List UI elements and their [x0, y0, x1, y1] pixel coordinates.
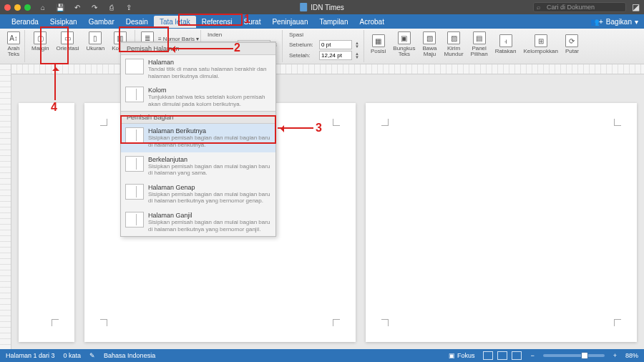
- status-words[interactable]: 0 kata: [64, 352, 82, 359]
- share-icon[interactable]: ⇪: [124, 2, 134, 12]
- maximize-icon[interactable]: [24, 4, 31, 11]
- tab-referensi[interactable]: Referensi: [196, 16, 238, 28]
- orientation-icon: ▭: [61, 31, 74, 44]
- continuous-break-icon: [125, 156, 144, 172]
- spellcheck-icon[interactable]: ✎: [89, 352, 95, 359]
- ribbon: A↕Arah Teks ▢Margin ▭Orientasi ▯Ukuran ▥…: [0, 29, 644, 64]
- size-icon: ▯: [89, 31, 102, 44]
- dropdown-section-page-breaks: Pemisah Halaman: [121, 42, 275, 55]
- horizontal-ruler: [11, 64, 644, 74]
- panel-pilihan-button[interactable]: ▤Panel Pilihan: [468, 30, 491, 59]
- bungkus-teks-button[interactable]: ▣Bungkus Teks: [390, 30, 418, 59]
- posisi-button[interactable]: ▦Posisi: [368, 30, 389, 59]
- save-icon[interactable]: 💾: [55, 2, 65, 12]
- tab-tata-letak[interactable]: Tata letak: [154, 16, 196, 28]
- setelah-input[interactable]: [319, 51, 352, 60]
- sebelum-label: Sebelum:: [289, 41, 316, 48]
- putar-button[interactable]: ⟳Putar: [562, 30, 582, 59]
- redo-icon[interactable]: ↷: [89, 2, 99, 12]
- share-button[interactable]: 👥+ Bagikan ▾: [590, 18, 638, 26]
- kirim-mundur-button[interactable]: ▨Kirim Mundur: [441, 30, 466, 59]
- view-print-icon[interactable]: [483, 351, 493, 360]
- kelompokkan-button[interactable]: ⊞Kelompokkan: [520, 30, 560, 59]
- tab-bar: Beranda Sisipkan Gambar Desain Tata leta…: [0, 14, 644, 29]
- even-page-break-icon: [125, 184, 144, 200]
- document-title: IDN Times: [311, 4, 344, 11]
- arah-teks-button[interactable]: A↕Arah Teks: [4, 30, 23, 59]
- wrap-text-icon: ▣: [398, 31, 411, 44]
- home-icon[interactable]: ⌂: [38, 2, 48, 12]
- share-person-icon: 👥+: [590, 18, 603, 26]
- search-input[interactable]: Cari di Dokumen: [533, 2, 626, 12]
- zoom-level[interactable]: 88%: [625, 352, 638, 359]
- page-1[interactable]: [19, 103, 74, 342]
- zoom-out[interactable]: −: [530, 352, 534, 359]
- window-controls: [4, 4, 31, 11]
- tab-sisipkan[interactable]: Sisipkan: [44, 16, 83, 28]
- text-direction-icon: A↕: [7, 31, 20, 44]
- document-icon: [300, 3, 307, 11]
- undo-icon[interactable]: ↶: [72, 2, 82, 12]
- orientasi-button[interactable]: ▭Orientasi: [53, 30, 82, 53]
- break-halaman[interactable]: HalamanTandai titik di mana satu halaman…: [121, 55, 275, 83]
- notifications-icon[interactable]: ◪: [632, 2, 640, 12]
- stepper[interactable]: ▲▼: [355, 52, 359, 59]
- document-area: [11, 64, 644, 349]
- minimize-icon[interactable]: [14, 4, 21, 11]
- workspace: [0, 64, 644, 349]
- group-icon: ⊞: [535, 34, 547, 47]
- setelah-label: Setelah:: [289, 52, 316, 59]
- vertical-ruler: [0, 64, 11, 349]
- pemisah-dropdown: Pemisah Halaman HalamanTandai titik di m…: [120, 41, 276, 237]
- tab-peninjauan[interactable]: Peninjauan: [266, 16, 313, 28]
- status-bar: Halaman 1 dari 3 0 kata ✎ Bahasa Indones…: [0, 349, 644, 362]
- page-break-icon: [125, 59, 144, 74]
- status-language[interactable]: Bahasa Indonesia: [104, 352, 155, 359]
- tab-gambar[interactable]: Gambar: [83, 16, 120, 28]
- tab-acrobat[interactable]: Acrobat: [354, 16, 390, 28]
- close-icon[interactable]: [4, 4, 11, 11]
- break-halaman-ganjil[interactable]: Halaman GanjilSisipkan pemisah bagian da…: [121, 208, 275, 236]
- align-icon: ⫞: [499, 34, 512, 47]
- page-3[interactable]: [366, 103, 637, 342]
- dropdown-section-section-breaks: Pemisah Bagian: [121, 111, 275, 124]
- rotate-icon: ⟳: [565, 34, 578, 47]
- inden-heading: Inden: [208, 31, 222, 38]
- tab-beranda[interactable]: Beranda: [6, 16, 44, 28]
- margin-button[interactable]: ▢Margin: [29, 30, 52, 53]
- focus-mode[interactable]: ▣ Fokus: [449, 352, 474, 359]
- ukuran-button[interactable]: ▯Ukuran: [83, 30, 107, 53]
- break-berkelanjutan[interactable]: BerkelanjutanSisipkan pemisah bagian dan…: [121, 152, 275, 180]
- pages[interactable]: [11, 74, 644, 349]
- stepper[interactable]: ▲▼: [355, 41, 359, 49]
- tabs: Beranda Sisipkan Gambar Desain Tata leta…: [6, 16, 390, 28]
- search-placeholder: Cari di Dokumen: [547, 4, 595, 11]
- chevron-down-icon: ▾: [635, 18, 638, 26]
- share-label: Bagikan: [606, 18, 632, 26]
- break-kolom[interactable]: KolomTunjukkan bahwa teks setelah kolom …: [121, 83, 275, 111]
- break-halaman-genap[interactable]: Halaman GenapSisipkan pemisah bagian dan…: [121, 180, 275, 208]
- tab-desain[interactable]: Desain: [120, 16, 154, 28]
- column-break-icon: [125, 87, 144, 102]
- tab-tampilan[interactable]: Tampilan: [313, 16, 353, 28]
- view-web-icon[interactable]: [512, 351, 522, 360]
- ratakan-button[interactable]: ⫞Ratakan: [492, 30, 519, 59]
- next-page-break-icon: [125, 127, 144, 143]
- view-read-icon[interactable]: [497, 351, 507, 360]
- odd-page-break-icon: [125, 212, 144, 228]
- print-icon[interactable]: ⎙: [107, 2, 117, 12]
- sebelum-input[interactable]: [319, 40, 352, 49]
- send-backward-icon: ▨: [447, 31, 460, 44]
- quick-toolbar: ⌂ 💾 ↶ ↷ ⎙ ⇪: [38, 2, 134, 12]
- tab-surat[interactable]: Surat: [238, 16, 267, 28]
- selection-pane-icon: ▤: [473, 31, 486, 44]
- spasi-heading: Spasi: [289, 31, 303, 38]
- bawa-maju-button[interactable]: ▧Bawa Maju: [419, 30, 439, 59]
- zoom-slider[interactable]: [543, 354, 605, 357]
- break-halaman-berikutnya[interactable]: Halaman BerikutnyaSisipkan pemisah bagia…: [121, 124, 275, 152]
- status-page[interactable]: Halaman 1 dari 3: [6, 352, 55, 359]
- bring-forward-icon: ▧: [423, 31, 436, 44]
- title-bar: ⌂ 💾 ↶ ↷ ⎙ ⇪ IDN Times Cari di Dokumen ◪: [0, 0, 644, 14]
- zoom-in[interactable]: +: [613, 352, 617, 359]
- view-mode-icons: [483, 351, 522, 360]
